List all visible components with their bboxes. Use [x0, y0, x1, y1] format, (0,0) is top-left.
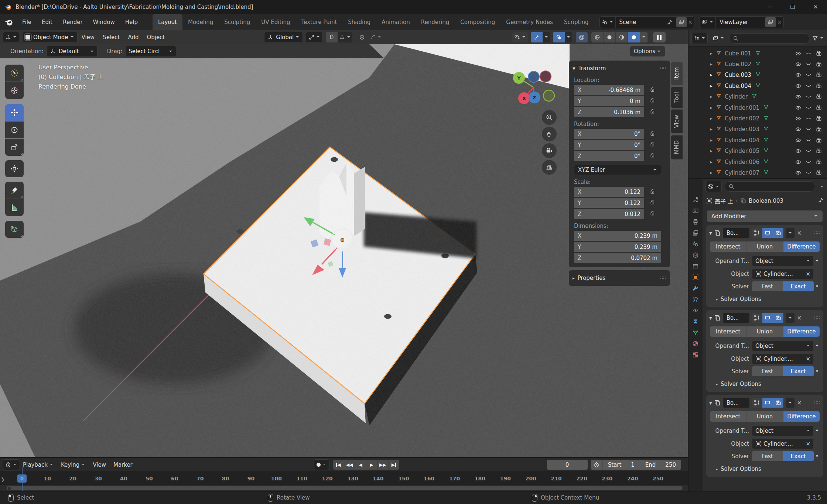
eye-closed-icon[interactable] — [806, 72, 811, 78]
outliner-filter-dropdown[interactable] — [812, 35, 824, 41]
viewport-menu-item[interactable]: View — [78, 34, 99, 41]
scale-x-field[interactable]: X0.122 — [574, 187, 644, 197]
properties-tab[interactable] — [688, 250, 703, 261]
object-name[interactable]: Cylinder.002 — [725, 115, 759, 122]
properties-tab[interactable] — [688, 261, 703, 272]
eye-open-icon[interactable] — [795, 72, 801, 78]
solver-options-expander[interactable]: ▸Solver Options — [716, 296, 820, 302]
workspace-tab[interactable]: Compositing — [455, 14, 500, 30]
keying-menu[interactable]: Keying — [57, 462, 89, 468]
measure-tool[interactable] — [5, 199, 24, 216]
rotate-tool[interactable] — [5, 121, 24, 138]
pin-icon[interactable] — [817, 197, 823, 205]
frame-tick[interactable]: 230 — [594, 476, 620, 481]
view-menu[interactable]: View — [89, 462, 110, 468]
frame-tick[interactable]: 170 — [442, 476, 467, 481]
solver-exact-button[interactable]: Exact — [783, 281, 814, 291]
annotate-tool[interactable] — [5, 182, 24, 199]
camera-visibility-icon[interactable] — [816, 94, 822, 100]
viewport-menu-item[interactable]: Add — [124, 34, 143, 41]
jump-to-start-button[interactable]: ◀ — [333, 460, 344, 470]
dimensions-x-field[interactable]: X0.239 m — [574, 231, 661, 241]
sidebar-tab[interactable]: MMD — [671, 135, 683, 159]
union-button[interactable]: Union — [746, 241, 783, 252]
object-name[interactable]: Cube.002 — [725, 61, 751, 68]
camera-visibility-icon[interactable] — [816, 170, 822, 176]
timeline-ruler[interactable]: 0102030405060708090100110120130140150160… — [0, 472, 688, 485]
shading-wireframe-button[interactable] — [591, 32, 604, 42]
expand-icon[interactable]: ▶ — [710, 95, 716, 99]
camera-view-button[interactable] — [542, 143, 557, 158]
operand-type-dropdown[interactable]: Object — [752, 340, 814, 351]
pin-icon[interactable] — [664, 17, 675, 28]
object-picker-field[interactable]: Cylinder....× — [752, 268, 814, 279]
properties-tab[interactable] — [688, 316, 703, 327]
camera-visibility-icon[interactable] — [816, 83, 822, 89]
expand-icon[interactable]: ▶ — [710, 127, 716, 131]
animate-dot[interactable]: • — [814, 428, 820, 434]
minimize-button[interactable]: ─ — [758, 0, 781, 14]
frame-tick[interactable]: 130 — [340, 476, 366, 481]
properties-tab[interactable] — [688, 216, 703, 227]
object-name[interactable]: Cylinder.007 — [725, 169, 759, 176]
eye-open-icon[interactable] — [795, 137, 801, 143]
viewport-menu-item[interactable]: Select — [99, 34, 124, 41]
eye-open-icon[interactable] — [795, 159, 801, 165]
show-gizmo-toggle[interactable] — [531, 32, 543, 42]
tweak-select-tool[interactable] — [5, 65, 24, 82]
playhead[interactable] — [22, 467, 23, 493]
frame-tick[interactable]: 160 — [416, 476, 442, 481]
viewport-menu-item[interactable]: Object — [143, 34, 169, 41]
frame-tick[interactable]: 50 — [136, 476, 162, 481]
union-button[interactable]: Union — [746, 411, 783, 422]
proportional-editing-toggle[interactable] — [356, 32, 368, 42]
properties-tab[interactable] — [688, 205, 703, 216]
move-tool[interactable] — [5, 104, 24, 121]
object-picker-field[interactable]: Cylinder....× — [752, 353, 814, 364]
lock-icon[interactable] — [649, 152, 655, 160]
collapse-icon[interactable]: ▼ — [709, 231, 712, 235]
clear-object-icon[interactable]: × — [806, 440, 810, 447]
timeline-scrollbar-knob[interactable] — [8, 487, 11, 490]
expand-icon[interactable]: ▶ — [710, 149, 716, 153]
close-button[interactable]: ✕ — [804, 0, 827, 14]
animate-dot[interactable]: • — [814, 453, 820, 460]
transform-tool[interactable] — [5, 160, 24, 177]
proportional-falloff-dropdown[interactable] — [368, 32, 383, 42]
properties-panel-header[interactable]: ▸Properties — [573, 273, 666, 283]
current-frame-field[interactable]: 0 — [547, 460, 588, 470]
remove-viewlayer-icon[interactable]: × — [777, 19, 782, 25]
panel-drag-handle[interactable] — [660, 67, 666, 70]
properties-tab[interactable] — [688, 194, 703, 205]
start-frame-field[interactable]: Start1 — [603, 462, 640, 468]
scale-tool[interactable] — [5, 139, 24, 156]
modifier-name-field[interactable]: Bo... — [722, 313, 750, 323]
expand-icon[interactable]: ▶ — [710, 62, 716, 66]
object-name[interactable]: Cube.003 — [725, 72, 751, 78]
orientation-dropdown[interactable]: Default — [47, 46, 98, 57]
edit-mode-toggle[interactable] — [752, 313, 762, 323]
unlink-scene-icon[interactable]: × — [688, 19, 693, 25]
frame-tick[interactable]: 30 — [86, 476, 111, 481]
frame-tick[interactable]: 100 — [264, 476, 289, 481]
jump-to-end-button[interactable]: ▶ — [389, 460, 399, 470]
lock-icon[interactable] — [649, 141, 655, 148]
object-name[interactable]: Cylinder.006 — [725, 159, 759, 165]
menu-item[interactable]: Window — [88, 17, 120, 28]
shading-material-button[interactable] — [616, 32, 628, 42]
outliner-row[interactable]: ▶ Cylinder.001 — [688, 102, 827, 113]
intersect-button[interactable]: Intersect — [710, 411, 746, 422]
pan-button[interactable] — [542, 127, 557, 141]
render-display-toggle[interactable] — [773, 228, 784, 238]
eye-closed-icon[interactable] — [806, 170, 811, 176]
stopwatch-icon[interactable] — [591, 460, 603, 470]
operand-type-dropdown[interactable]: Object — [752, 256, 814, 266]
object-name[interactable]: Cylinder — [725, 93, 748, 100]
workspace-tab[interactable]: Shading — [342, 14, 376, 30]
properties-tab[interactable] — [688, 349, 703, 360]
outliner-search-input[interactable] — [729, 33, 809, 44]
options-dropdown[interactable]: Options — [630, 46, 665, 56]
outliner-row[interactable]: ▶ Cube.004 — [688, 80, 827, 91]
frame-tick[interactable]: 150 — [391, 476, 416, 481]
show-object-types-dropdown[interactable] — [512, 32, 528, 42]
